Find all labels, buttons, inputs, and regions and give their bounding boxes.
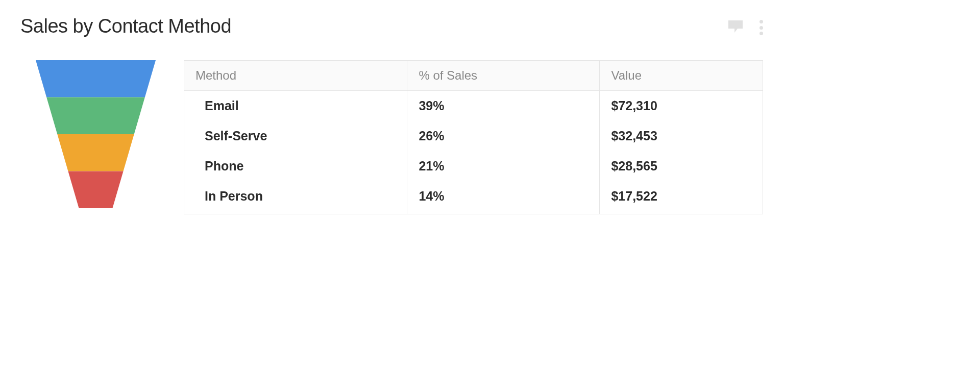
- cell-method: In Person: [184, 181, 407, 214]
- widget-actions: [727, 15, 763, 36]
- cell-value: $28,565: [600, 151, 763, 181]
- cell-method: Self-Serve: [184, 121, 407, 151]
- table-row: Email39%$72,310: [184, 91, 763, 121]
- cell-method: Phone: [184, 151, 407, 181]
- col-percent: % of Sales: [407, 61, 600, 91]
- col-method: Method: [184, 61, 407, 91]
- cell-value: $17,522: [600, 181, 763, 214]
- cell-method: Email: [184, 91, 407, 121]
- widget-header: Sales by Contact Method: [20, 15, 763, 37]
- table-row: In Person14%$17,522: [184, 181, 763, 214]
- table-row: Phone21%$28,565: [184, 151, 763, 181]
- funnel-chart: [36, 60, 156, 208]
- funnel-segment: [57, 134, 134, 171]
- cell-percent: 21%: [407, 151, 600, 181]
- more-options-icon[interactable]: [759, 20, 763, 35]
- funnel-segment: [46, 97, 145, 135]
- widget-title: Sales by Contact Method: [20, 15, 231, 37]
- funnel-segment: [36, 60, 156, 97]
- col-value: Value: [600, 61, 763, 91]
- cell-value: $32,453: [600, 121, 763, 151]
- cell-percent: 26%: [407, 121, 600, 151]
- funnel-segment: [68, 171, 123, 209]
- widget-body: Method % of Sales Value Email39%$72,310S…: [20, 60, 763, 214]
- cell-percent: 39%: [407, 91, 600, 121]
- comment-icon[interactable]: [727, 19, 744, 36]
- cell-value: $72,310: [600, 91, 763, 121]
- sales-by-contact-widget: Sales by Contact Method Method % of Sal: [0, 0, 783, 240]
- table-row: Self-Serve26%$32,453: [184, 121, 763, 151]
- cell-percent: 14%: [407, 181, 600, 214]
- table-header-row: Method % of Sales Value: [184, 61, 763, 91]
- sales-table: Method % of Sales Value Email39%$72,310S…: [184, 60, 763, 214]
